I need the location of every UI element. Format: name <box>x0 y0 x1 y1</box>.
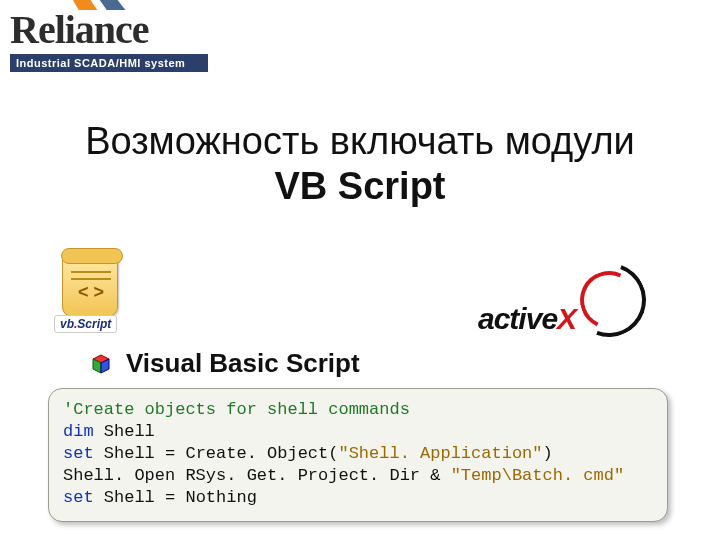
slide-heading: Возможность включать модули VB Script <box>0 120 720 208</box>
activex-logo: activeX <box>478 265 648 350</box>
code-line-1: 'Create objects for shell commands <box>63 399 653 421</box>
logo-subtitle: Industrial SCADA/HMI system <box>10 54 208 72</box>
vbscript-badge: vb.Script <box>54 315 117 333</box>
scroll-icon <box>62 255 118 317</box>
logo-wordmark: Reliance <box>10 10 220 50</box>
heading-line2: VB Script <box>0 165 720 208</box>
code-line-4: Shell. Open RSys. Get. Project. Dir & "T… <box>63 465 653 487</box>
code-line-5: set Shell = Nothing <box>63 487 653 509</box>
activex-swirl-icon <box>570 261 648 339</box>
subtitle-row: Visual Basic Script <box>88 348 360 379</box>
code-line-2: dim Shell <box>63 421 653 443</box>
vbscript-icon: vb.Script <box>62 255 152 345</box>
cube-icon <box>88 353 114 375</box>
activex-wordmark: activeX <box>478 302 576 336</box>
code-line-3: set Shell = Create. Object("Shell. Appli… <box>63 443 653 465</box>
subtitle-text: Visual Basic Script <box>126 348 360 379</box>
code-snippet: 'Create objects for shell commands dim S… <box>48 388 668 522</box>
heading-line1: Возможность включать модули <box>0 120 720 163</box>
slide: Reliance Industrial SCADA/HMI system Воз… <box>0 0 720 540</box>
reliance-logo: Reliance Industrial SCADA/HMI system <box>10 10 220 82</box>
